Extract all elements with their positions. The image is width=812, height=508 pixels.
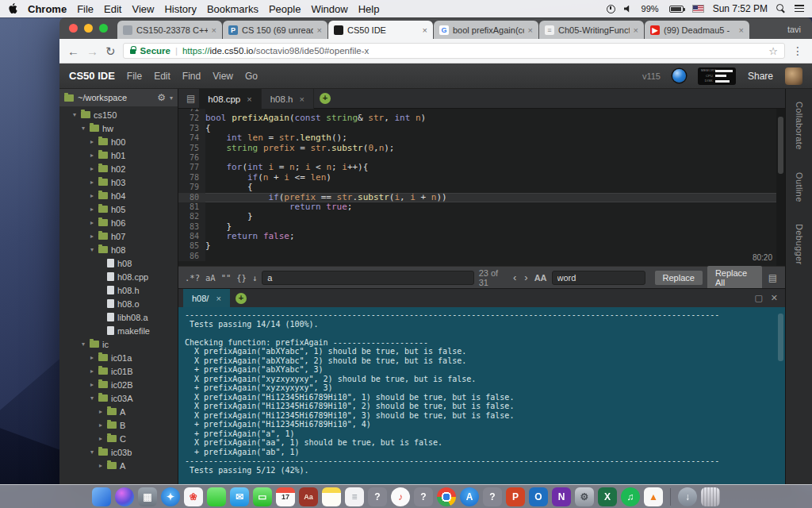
menubar-menu-file[interactable]: File (77, 3, 94, 15)
disclosure-closed-icon[interactable]: ▸ (89, 381, 95, 388)
ide-menu-file[interactable]: File (127, 71, 142, 82)
tree-item-h08.cpp[interactable]: h08.cpp (59, 270, 178, 283)
menubar-menu-help[interactable]: Help (358, 3, 380, 15)
disclosure-closed-icon[interactable]: ▸ (89, 165, 95, 172)
search-toggle[interactable]: aA (205, 273, 216, 283)
dock-launchpad[interactable]: ▦ (138, 487, 157, 506)
tree-item-h05[interactable]: ▸h05 (59, 202, 178, 216)
previous-match-icon[interactable]: ‹ (511, 271, 518, 283)
tree-item-makefile[interactable]: makefile (59, 324, 178, 337)
disclosure-closed-icon[interactable]: ▸ (89, 179, 95, 186)
address-bar[interactable]: Secure | https://ide.cs50.io/soctavio98/… (123, 43, 785, 59)
dock-siri[interactable] (115, 487, 134, 506)
disclosure-open-icon[interactable]: ▾ (89, 394, 95, 402)
new-console-tab-button[interactable]: + (236, 293, 247, 304)
tree-item-libh08.a[interactable]: libh08.a (59, 310, 178, 324)
dock-system-preferences[interactable]: ⚙ (575, 487, 594, 506)
tree-item-ic02b[interactable]: ▸ic02B (59, 378, 178, 391)
input-source-flag-icon[interactable] (692, 5, 704, 13)
ide-brand[interactable]: CS50 IDE (69, 70, 115, 82)
disclosure-open-icon[interactable]: ▾ (71, 111, 78, 118)
dock-photos[interactable]: ❀ (184, 487, 203, 506)
search-toggle[interactable]: .*? (185, 273, 200, 283)
dock-finder[interactable] (92, 487, 111, 506)
tab-close-icon[interactable]: × (317, 25, 322, 35)
menubar-menu-people[interactable]: People (269, 3, 301, 15)
tree-item-h02[interactable]: ▸h02 (59, 162, 178, 175)
close-window-button[interactable] (69, 24, 78, 33)
dock-downloads[interactable]: ↓ (678, 487, 697, 506)
browser-tab[interactable]: PCS 150 (69 unread)× (223, 21, 327, 39)
active-app-name[interactable]: Chrome (28, 3, 67, 15)
reload-button[interactable]: ↻ (105, 45, 116, 57)
zoom-window-button[interactable] (99, 24, 108, 33)
tree-item-h07[interactable]: ▸h07 (59, 229, 178, 243)
tree-item-ic01a[interactable]: ▸ic01a (59, 351, 178, 364)
menubar-menu-edit[interactable]: Edit (104, 3, 121, 15)
tree-item-b[interactable]: ▸B (59, 418, 178, 432)
dock-fontbook[interactable]: Aa (299, 487, 318, 506)
ide-menu-find[interactable]: Find (182, 71, 201, 82)
notification-center-icon[interactable] (795, 5, 804, 13)
minimize-window-button[interactable] (84, 24, 93, 33)
editor-tab-h08.h[interactable]: h08.h× (262, 89, 314, 109)
console-tab[interactable]: h08/ × (183, 289, 230, 308)
dock-missing-app-3[interactable]: ? (483, 487, 502, 506)
code-line[interactable]: 84 return false; (178, 232, 785, 241)
dock-notes[interactable] (322, 487, 341, 506)
terminal-output[interactable]: ----------------------------------------… (178, 307, 785, 484)
dock-facetime[interactable]: ▭ (253, 487, 272, 506)
tree-item-cs150[interactable]: ▾cs150 (59, 108, 178, 121)
tab-close-icon[interactable]: × (300, 94, 304, 104)
search-toggle[interactable]: {} (236, 273, 247, 283)
editor-scrollbar-thumb[interactable] (778, 117, 783, 174)
user-avatar[interactable] (785, 67, 802, 85)
dock-excel[interactable]: X (598, 487, 617, 506)
tree-item-ic03b[interactable]: ▾ic03b (59, 445, 178, 459)
tab-list-icon[interactable]: ▤ (182, 93, 199, 104)
dock-safari[interactable]: ✦ (161, 487, 180, 506)
search-options-icon[interactable]: ▤ (767, 272, 779, 283)
search-toggle[interactable]: "" (221, 273, 232, 283)
dock-messages[interactable] (207, 487, 226, 506)
search-toggle[interactable]: ↓ (252, 273, 257, 283)
replace-button[interactable]: Replace (655, 271, 703, 285)
code-editor[interactable]: 7172bool prefixAgain(const string& str, … (178, 109, 785, 266)
dock-calendar[interactable]: 17 (276, 487, 295, 506)
code-line[interactable]: 82 } (178, 212, 785, 221)
dock-trash[interactable] (701, 487, 720, 506)
menubar-menu-view[interactable]: View (132, 3, 154, 15)
dock-spotify[interactable]: ♫ (621, 487, 640, 506)
disclosure-closed-icon[interactable]: ▸ (89, 152, 95, 159)
apple-menu-icon[interactable] (8, 3, 17, 14)
tree-item-hw[interactable]: ▾hw (59, 121, 178, 135)
browser-tab[interactable]: ▶(99) Deadmau5 -× (645, 21, 749, 39)
maximize-console-icon[interactable]: ▢ (754, 293, 762, 303)
browser-tab[interactable]: ≡Ch05-WritingFuncti× (539, 21, 644, 39)
dock-app-store[interactable]: A (460, 487, 479, 506)
tree-item-h00[interactable]: ▸h00 (59, 135, 178, 148)
next-match-icon[interactable]: › (523, 271, 529, 283)
tab-close-icon[interactable]: × (247, 94, 251, 104)
tree-item-h08[interactable]: ▾h08 (59, 243, 178, 256)
dock-onenote[interactable]: N (552, 487, 571, 506)
panel-tab-collaborate[interactable]: Collaborate (795, 102, 804, 150)
code-line[interactable]: 81 return true; (178, 202, 785, 212)
replace-input[interactable] (552, 271, 645, 285)
dock-itunes[interactable]: ♪ (391, 487, 410, 506)
disclosure-closed-icon[interactable]: ▸ (98, 408, 104, 415)
browser-menu-icon[interactable]: ⋮ (792, 44, 804, 57)
disclosure-closed-icon[interactable]: ▸ (89, 354, 95, 361)
ide-version[interactable]: v115 (642, 71, 661, 81)
browser-tab[interactable]: CS50 IDE× (328, 21, 433, 39)
preserve-case-toggle[interactable]: AA (534, 273, 547, 283)
disclosure-closed-icon[interactable]: ▸ (89, 233, 95, 240)
tree-item-a[interactable]: ▸A (59, 459, 178, 472)
dock-vlc[interactable]: ▲ (644, 487, 663, 506)
ide-menu-view[interactable]: View (213, 71, 233, 82)
tab-close-icon[interactable]: × (739, 25, 744, 35)
dock-missing-app-2[interactable]: ? (414, 487, 433, 506)
editor-tab-h08.cpp[interactable]: h08.cpp× (199, 89, 261, 109)
tab-close-icon[interactable]: × (423, 25, 427, 35)
code-line[interactable]: 85} (178, 241, 785, 251)
